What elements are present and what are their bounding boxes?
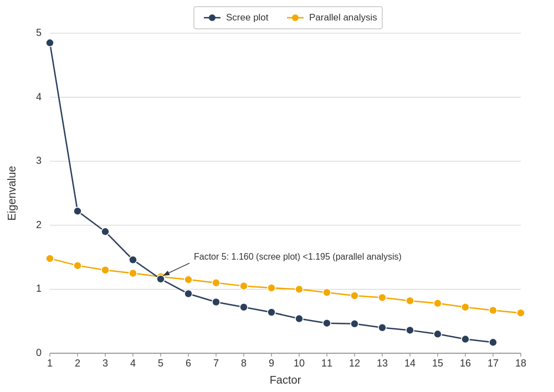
svg-point-82: [406, 326, 414, 334]
svg-point-58: [240, 282, 248, 290]
svg-text:4: 4: [130, 358, 136, 369]
svg-point-65: [434, 300, 442, 307]
svg-text:2: 2: [75, 358, 80, 369]
svg-text:Eigenvalue: Eigenvalue: [6, 166, 18, 221]
svg-point-61: [323, 288, 331, 296]
svg-point-71: [101, 228, 109, 235]
svg-point-68: [517, 309, 525, 317]
svg-point-63: [378, 293, 386, 301]
svg-point-59: [268, 284, 275, 292]
svg-text:0: 0: [36, 347, 42, 358]
svg-text:5: 5: [158, 358, 163, 369]
svg-text:10: 10: [294, 358, 305, 369]
svg-point-94: [292, 14, 299, 21]
svg-line-86: [163, 262, 191, 276]
svg-text:3: 3: [36, 155, 42, 166]
svg-text:15: 15: [432, 358, 443, 369]
svg-point-80: [351, 320, 358, 328]
svg-text:12: 12: [349, 358, 360, 369]
svg-point-60: [295, 285, 303, 293]
svg-point-83: [434, 330, 442, 338]
svg-point-64: [406, 297, 414, 305]
svg-text:18: 18: [515, 358, 526, 369]
svg-text:5: 5: [36, 27, 42, 38]
svg-point-84: [461, 336, 469, 343]
svg-point-70: [74, 207, 81, 215]
svg-text:14: 14: [404, 358, 416, 369]
svg-text:13: 13: [377, 358, 388, 369]
svg-text:17: 17: [488, 358, 499, 369]
svg-point-81: [378, 324, 386, 332]
svg-point-57: [212, 279, 220, 287]
svg-text:Scree plot: Scree plot: [226, 12, 269, 23]
svg-point-56: [184, 276, 192, 283]
svg-text:11: 11: [321, 358, 332, 369]
svg-point-62: [351, 292, 358, 300]
svg-text:Factor 5: 1.160 (scree plot) <: Factor 5: 1.160 (scree plot) <1.195 (par…: [194, 252, 402, 261]
svg-text:4: 4: [36, 91, 42, 102]
svg-point-53: [101, 266, 109, 274]
chart-container: 012345Eigenvalue123456789101112131415161…: [0, 0, 554, 392]
svg-text:1: 1: [47, 358, 53, 369]
svg-point-67: [489, 307, 497, 314]
svg-text:16: 16: [460, 358, 471, 369]
svg-point-74: [184, 290, 192, 297]
chart-svg: 012345Eigenvalue123456789101112131415161…: [0, 0, 554, 392]
svg-text:3: 3: [102, 358, 108, 369]
svg-point-51: [46, 255, 54, 262]
svg-point-78: [295, 315, 303, 323]
svg-point-73: [157, 275, 165, 283]
svg-point-69: [46, 39, 54, 47]
svg-text:7: 7: [213, 358, 219, 369]
svg-point-52: [74, 262, 81, 270]
svg-text:6: 6: [186, 358, 191, 369]
svg-text:8: 8: [241, 358, 247, 369]
svg-point-76: [240, 303, 248, 311]
svg-point-66: [461, 303, 469, 311]
svg-point-79: [323, 319, 331, 327]
svg-point-77: [268, 308, 275, 316]
svg-point-91: [209, 14, 216, 21]
svg-text:9: 9: [269, 358, 274, 369]
svg-text:1: 1: [36, 283, 42, 294]
svg-text:2: 2: [36, 219, 42, 230]
svg-point-54: [129, 270, 137, 277]
svg-point-75: [212, 298, 220, 306]
svg-text:Parallel analysis: Parallel analysis: [309, 12, 377, 23]
svg-point-85: [489, 338, 497, 346]
svg-text:Factor: Factor: [270, 374, 301, 386]
svg-point-72: [129, 256, 137, 264]
